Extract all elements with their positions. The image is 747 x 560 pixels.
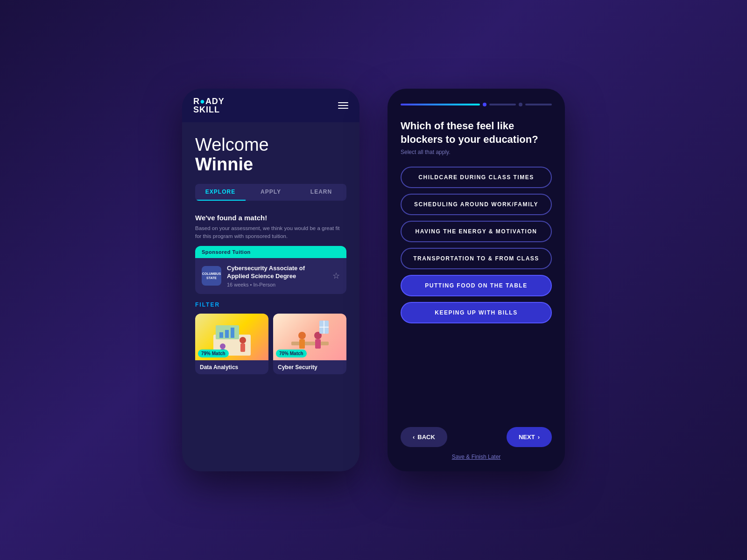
tabs-row: EXPLORE APPLY LEARN — [195, 184, 346, 201]
svg-rect-6 — [240, 343, 245, 352]
logo-line1: R●ADY — [193, 97, 225, 105]
filter-label: FILTER — [195, 301, 346, 308]
progress-dot-1 — [483, 103, 486, 106]
tab-explore[interactable]: EXPLORE — [195, 184, 246, 201]
welcome-name: Winnie — [195, 155, 346, 175]
logo: R●ADY SKILL — [193, 97, 225, 114]
back-arrow: ‹ — [413, 434, 415, 441]
option-childcare[interactable]: CHILDCARE DURING CLASS TIMES — [401, 167, 552, 188]
svg-rect-13 — [315, 339, 321, 349]
program-meta: 16 weeks • In-Person — [227, 282, 327, 287]
next-arrow: › — [538, 434, 540, 441]
svg-rect-9 — [291, 342, 329, 345]
match-section: We've found a match! Based on your asses… — [195, 214, 346, 294]
progress-empty-2 — [525, 104, 552, 105]
phone-header: R●ADY SKILL — [182, 89, 359, 122]
course-card-1[interactable]: 79% Match Data Analytics — [195, 314, 268, 374]
sponsored-card[interactable]: Sponsored Tuition COLUMBUSSTATE Cybersec… — [195, 246, 346, 294]
course-thumb-1: 79% Match — [195, 314, 268, 360]
match-description: Based on your assessment, we think you w… — [195, 224, 346, 241]
tab-apply[interactable]: APPLY — [246, 184, 296, 201]
svg-point-5 — [240, 337, 246, 343]
progress-filled — [401, 104, 480, 105]
program-logo: COLUMBUSSTATE — [202, 266, 221, 286]
course-name-1: Data Analytics — [195, 360, 268, 374]
svg-rect-4 — [231, 328, 234, 338]
progress-dot-2 — [519, 103, 522, 106]
welcome-text: Welcome — [195, 135, 346, 155]
left-phone: R●ADY SKILL Welcome Winnie EXPLORE APPLY… — [182, 89, 359, 471]
svg-point-10 — [298, 332, 306, 339]
progress-bar — [401, 103, 552, 106]
course-name-2: Cyber Security — [273, 360, 346, 374]
favorite-button[interactable]: ☆ — [332, 271, 340, 281]
hamburger-menu[interactable] — [338, 102, 348, 109]
svg-rect-11 — [299, 339, 305, 349]
right-phone: Which of these feel like blockers to you… — [388, 89, 565, 471]
nav-row: ‹ BACK NEXT › — [401, 427, 552, 447]
courses-row: 79% Match Data Analytics — [195, 314, 346, 374]
sponsored-badge: Sponsored Tuition — [195, 246, 346, 258]
question-title: Which of these feel like blockers to you… — [401, 119, 552, 146]
match-badge-1: 79% Match — [198, 350, 229, 357]
logo-line2: SKILL — [193, 105, 225, 114]
save-finish-later[interactable]: Save & Finish Later — [401, 454, 552, 460]
option-energy[interactable]: HAVING THE ENERGY & MOTIVATION — [401, 221, 552, 242]
option-transportation[interactable]: TRANSPORTATION TO & FROM CLASS — [401, 248, 552, 269]
option-food[interactable]: PUTTING FOOD ON THE TABLE — [401, 275, 552, 296]
next-label: NEXT — [519, 434, 535, 441]
back-label: BACK — [417, 434, 435, 441]
blocker-options: CHILDCARE DURING CLASS TIMES SCHEDULING … — [401, 167, 552, 418]
program-info: Cybersecurity Associate of Applied Scien… — [227, 265, 327, 287]
option-scheduling[interactable]: SCHEDULING AROUND WORK/FAMILY — [401, 194, 552, 215]
svg-rect-3 — [225, 330, 229, 338]
phone-content: Welcome Winnie EXPLORE APPLY LEARN We've… — [182, 122, 359, 471]
option-bills[interactable]: KEEPING UP WITH BILLS — [401, 302, 552, 323]
program-card: COLUMBUSSTATE Cybersecurity Associate of… — [195, 258, 346, 294]
filter-section: FILTER — [195, 301, 346, 374]
next-button[interactable]: NEXT › — [507, 427, 552, 447]
program-name: Cybersecurity Associate of Applied Scien… — [227, 265, 327, 280]
back-button[interactable]: ‹ BACK — [401, 427, 447, 447]
progress-empty-1 — [489, 104, 516, 105]
question-subtitle: Select all that apply. — [401, 149, 552, 155]
match-badge-2: 70% Match — [276, 350, 307, 357]
svg-rect-2 — [219, 332, 223, 338]
tab-learn[interactable]: LEARN — [296, 184, 346, 201]
match-title: We've found a match! — [195, 214, 346, 222]
course-card-2[interactable]: 70% Match Cyber Security — [273, 314, 346, 374]
svg-point-7 — [220, 343, 226, 349]
course-thumb-2: 70% Match — [273, 314, 346, 360]
